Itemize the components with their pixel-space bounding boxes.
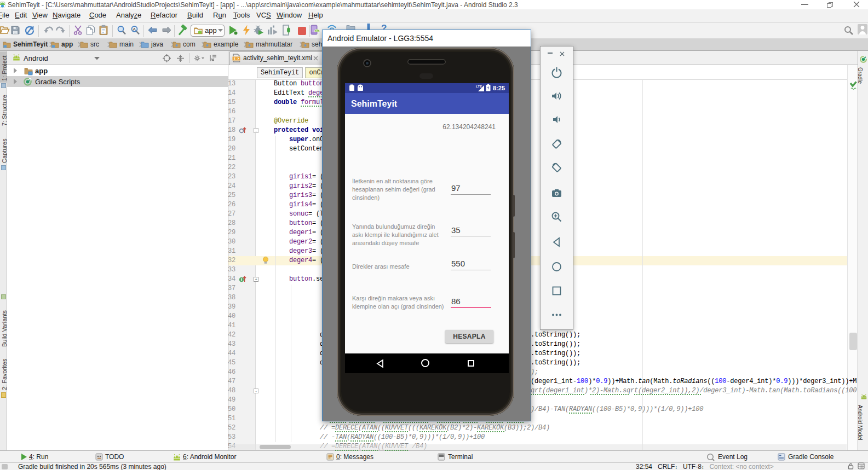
svg-text:A: A <box>133 27 136 32</box>
svg-text:LTE: LTE <box>476 85 482 88</box>
